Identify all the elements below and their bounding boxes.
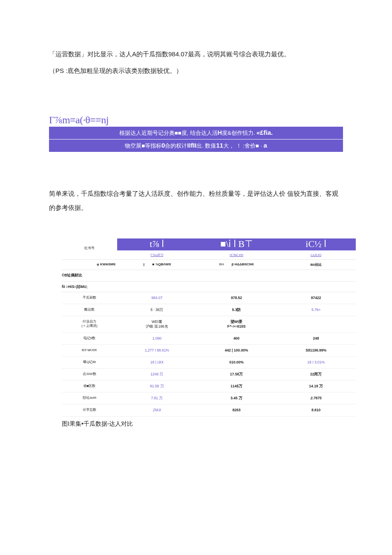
table-row: 曝Q记Bt18 | IJtX010.00%18 I 3.01% xyxy=(62,357,356,369)
comparison-table: 红书号 t⅞ ⅼ ■\ⅰ ⅼ B⊤ iC½ ⅼ Γ⅞¼ⅼΓΠ rt□fw□rtn… xyxy=(62,238,356,417)
cell-c: 97422 xyxy=(276,292,356,304)
cell-b: 5.3防 xyxy=(197,304,277,316)
table-row: 辯论JeIR7.81 万3.45 万2.7675 xyxy=(62,392,356,404)
row-label: B3^aKiSK xyxy=(62,345,117,356)
header-col-b: ■\ⅰ ⅼ B⊤ xyxy=(197,238,277,250)
row-label: 曝Q记Bt xyxy=(62,357,117,368)
row-label: 分享忘数 xyxy=(62,404,117,416)
cell-a: 81.58 万 xyxy=(117,381,197,392)
header-col-c: iC½ ⅼ xyxy=(276,238,356,250)
intro-line-1: 「运营数据」对比显示，达人A的千瓜指数984.07最高，说明其账号综合表现力最优… xyxy=(49,47,343,61)
cell-b: 400 xyxy=(197,333,277,344)
row-label: 电记9数 xyxy=(62,333,117,344)
compare-c: B0丝比 xyxy=(276,260,356,270)
cell-a: 18 | IJtX xyxy=(117,357,197,368)
banner-row-1: 根据达人近期号记分奥■■度, 结合达人活H度&创作恬力. «£fia. xyxy=(49,127,343,139)
table-row: 行业启力(∝上情况)WEt量沪岐·策186名望Wt景F^->≡615S xyxy=(62,316,356,333)
row-label: 辯论JeIR xyxy=(62,392,117,404)
compare-label: φ KWASMtt xyxy=(62,260,117,270)
cell-b: 8263 xyxy=(197,404,277,416)
cell-a: 984.07 xyxy=(117,292,197,304)
compare-a: || ■ ⅞QBΛWIt xyxy=(117,260,197,270)
cell-a: 1,277 I 98.61% xyxy=(117,345,197,356)
id-b[interactable]: rt□fw□rtn xyxy=(197,250,277,259)
formula-heading: Γ⅞m≡a(·θ≡≡nj xyxy=(49,114,343,126)
cell-b: 望Wt景F^->≡615S xyxy=(197,316,277,332)
intro-line-2: （PS :底色加粗呈现的表示该类别数据较优。） xyxy=(49,64,343,78)
spacer xyxy=(49,80,343,114)
figure-caption: 图I果集•千瓜数据-达人对比 xyxy=(62,420,343,428)
cell-c: 248 xyxy=(276,333,356,344)
cell-c: 18 I 3.01% xyxy=(276,357,356,368)
compare-info-row: φ KWASMtt || ■ ⅞QBΛWIt BH β HΔΔBttCNIt B… xyxy=(62,260,356,270)
cell-c: 2.7675 xyxy=(276,392,356,404)
cell-a: 5 · 38万 xyxy=(117,304,197,316)
cell-b: 978.52 xyxy=(197,292,277,304)
cell-b: 442 | 100.00% xyxy=(197,345,277,356)
cell-c: 22用万 xyxy=(276,369,356,380)
section-2: fiI ≡HiS≡ββMU; xyxy=(62,282,356,292)
cell-c: 14.18 万 xyxy=(276,381,356,392)
header-col-a: t⅞ ⅼ xyxy=(117,238,197,250)
row-label: 干瓜刷数 xyxy=(62,292,117,304)
row-label: 酪总数 xyxy=(62,304,117,316)
cell-c: S81196.99% xyxy=(276,345,356,356)
table-row: 电记9数1.090400248 xyxy=(62,333,356,345)
cell-a: ZMJi xyxy=(117,404,197,416)
cell-a: 7.81 万 xyxy=(117,392,197,404)
table-row: 分享忘数ZMJi82638.610 xyxy=(62,404,356,416)
table-header-row: 红书号 t⅞ ⅼ ■\ⅰ ⅼ B⊤ iC½ ⅼ xyxy=(62,238,356,250)
header-label: 红书号 xyxy=(62,246,117,250)
middle-paragraph: 简单来说，千瓜指数综合考量了达人活跃度、创作能力、粉丝质量等，是评估达人价 值较… xyxy=(49,186,343,215)
definition-banner: 根据达人近期号记分奥■■度, 结合达人活H度&创作恬力. «£fia. 物空展■… xyxy=(49,127,343,152)
spacer xyxy=(49,217,343,238)
table-row: 干瓜刷数984.07978.5297422 xyxy=(62,292,356,304)
compare-b: BH β HΔΔBttCNIt xyxy=(197,260,277,270)
table-row: 收■区数81.58 万114$万14.18 万 xyxy=(62,381,356,392)
section-1: ©B址偶财比 xyxy=(62,270,356,282)
row-label: 行业启力(∝上情况) xyxy=(62,316,117,332)
cell-a: WEt量沪岐·策186名 xyxy=(117,316,197,332)
cell-c: 8.610 xyxy=(276,404,356,416)
table-row: 酪总数5 · 38万5.3防5.76» xyxy=(62,304,356,316)
cell-b: 17.58万 xyxy=(197,369,277,380)
id-row: Γ⅞¼ⅼΓΠ rt□fw□rtn LsJL#J xyxy=(62,250,356,260)
banner-row-2: 物空展■等指标0合的权计IIfII出. 数值11大， ！ :舍价■ · a xyxy=(49,139,343,152)
table-row: B3^aKiSK1,277 I 98.61%442 | 100.00%S8119… xyxy=(62,345,356,357)
id-a[interactable]: Γ⅞¼ⅼΓΠ xyxy=(117,250,197,259)
cell-a: 1249 万 xyxy=(117,369,197,380)
cell-a: 1.090 xyxy=(117,333,197,344)
row-label: 点SIW数 xyxy=(62,369,117,380)
cell-c xyxy=(276,316,356,332)
cell-b: 3.45 万 xyxy=(197,392,277,404)
table-row: 点SIW数1249 万17.58万22用万 xyxy=(62,369,356,381)
cell-c: 5.76» xyxy=(276,304,356,316)
cell-b: 114$万 xyxy=(197,381,277,392)
row-label: 收■区数 xyxy=(62,381,117,392)
cell-b: 010.00% xyxy=(197,357,277,368)
spacer xyxy=(49,152,343,186)
id-c[interactable]: LsJL#J xyxy=(276,250,356,259)
